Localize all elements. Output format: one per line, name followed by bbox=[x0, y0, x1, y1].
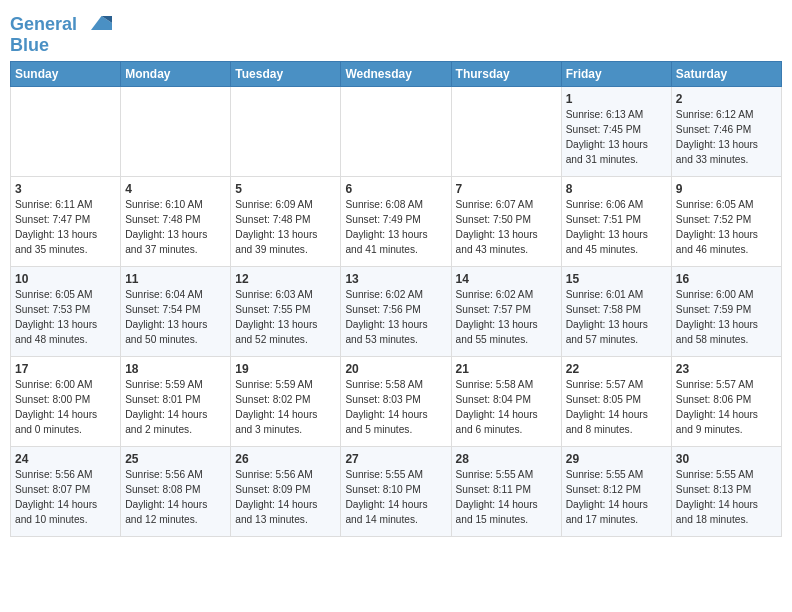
day-number: 17 bbox=[15, 362, 116, 376]
day-cell: 7Sunrise: 6:07 AMSunset: 7:50 PMDaylight… bbox=[451, 177, 561, 267]
day-cell bbox=[231, 87, 341, 177]
day-number: 19 bbox=[235, 362, 336, 376]
day-info: Sunrise: 6:00 AMSunset: 7:59 PMDaylight:… bbox=[676, 288, 777, 347]
day-number: 22 bbox=[566, 362, 667, 376]
day-number: 1 bbox=[566, 92, 667, 106]
day-info: Sunrise: 5:58 AMSunset: 8:03 PMDaylight:… bbox=[345, 378, 446, 437]
day-cell: 23Sunrise: 5:57 AMSunset: 8:06 PMDayligh… bbox=[671, 357, 781, 447]
day-cell: 19Sunrise: 5:59 AMSunset: 8:02 PMDayligh… bbox=[231, 357, 341, 447]
day-info: Sunrise: 6:00 AMSunset: 8:00 PMDaylight:… bbox=[15, 378, 116, 437]
col-header-saturday: Saturday bbox=[671, 62, 781, 87]
col-header-friday: Friday bbox=[561, 62, 671, 87]
day-info: Sunrise: 6:10 AMSunset: 7:48 PMDaylight:… bbox=[125, 198, 226, 257]
day-number: 24 bbox=[15, 452, 116, 466]
day-cell: 29Sunrise: 5:55 AMSunset: 8:12 PMDayligh… bbox=[561, 447, 671, 537]
calendar-body: 1Sunrise: 6:13 AMSunset: 7:45 PMDaylight… bbox=[11, 87, 782, 537]
week-row-5: 24Sunrise: 5:56 AMSunset: 8:07 PMDayligh… bbox=[11, 447, 782, 537]
day-info: Sunrise: 5:55 AMSunset: 8:11 PMDaylight:… bbox=[456, 468, 557, 527]
day-cell: 26Sunrise: 5:56 AMSunset: 8:09 PMDayligh… bbox=[231, 447, 341, 537]
day-cell: 12Sunrise: 6:03 AMSunset: 7:55 PMDayligh… bbox=[231, 267, 341, 357]
day-info: Sunrise: 5:56 AMSunset: 8:09 PMDaylight:… bbox=[235, 468, 336, 527]
day-cell bbox=[11, 87, 121, 177]
day-info: Sunrise: 5:55 AMSunset: 8:13 PMDaylight:… bbox=[676, 468, 777, 527]
day-info: Sunrise: 5:59 AMSunset: 8:02 PMDaylight:… bbox=[235, 378, 336, 437]
day-info: Sunrise: 5:59 AMSunset: 8:01 PMDaylight:… bbox=[125, 378, 226, 437]
col-header-monday: Monday bbox=[121, 62, 231, 87]
day-cell: 25Sunrise: 5:56 AMSunset: 8:08 PMDayligh… bbox=[121, 447, 231, 537]
day-number: 7 bbox=[456, 182, 557, 196]
day-info: Sunrise: 5:55 AMSunset: 8:12 PMDaylight:… bbox=[566, 468, 667, 527]
day-cell: 10Sunrise: 6:05 AMSunset: 7:53 PMDayligh… bbox=[11, 267, 121, 357]
day-info: Sunrise: 6:04 AMSunset: 7:54 PMDaylight:… bbox=[125, 288, 226, 347]
day-number: 10 bbox=[15, 272, 116, 286]
day-cell: 5Sunrise: 6:09 AMSunset: 7:48 PMDaylight… bbox=[231, 177, 341, 267]
day-number: 20 bbox=[345, 362, 446, 376]
day-number: 3 bbox=[15, 182, 116, 196]
day-cell: 11Sunrise: 6:04 AMSunset: 7:54 PMDayligh… bbox=[121, 267, 231, 357]
day-cell: 13Sunrise: 6:02 AMSunset: 7:56 PMDayligh… bbox=[341, 267, 451, 357]
day-info: Sunrise: 6:02 AMSunset: 7:56 PMDaylight:… bbox=[345, 288, 446, 347]
day-cell: 30Sunrise: 5:55 AMSunset: 8:13 PMDayligh… bbox=[671, 447, 781, 537]
day-number: 18 bbox=[125, 362, 226, 376]
week-row-4: 17Sunrise: 6:00 AMSunset: 8:00 PMDayligh… bbox=[11, 357, 782, 447]
calendar-header-row: SundayMondayTuesdayWednesdayThursdayFrid… bbox=[11, 62, 782, 87]
calendar-table: SundayMondayTuesdayWednesdayThursdayFrid… bbox=[10, 61, 782, 537]
day-info: Sunrise: 6:01 AMSunset: 7:58 PMDaylight:… bbox=[566, 288, 667, 347]
day-number: 5 bbox=[235, 182, 336, 196]
day-cell: 16Sunrise: 6:00 AMSunset: 7:59 PMDayligh… bbox=[671, 267, 781, 357]
day-info: Sunrise: 5:56 AMSunset: 8:08 PMDaylight:… bbox=[125, 468, 226, 527]
day-cell: 20Sunrise: 5:58 AMSunset: 8:03 PMDayligh… bbox=[341, 357, 451, 447]
logo: General Blue bbox=[10, 14, 112, 55]
day-info: Sunrise: 5:58 AMSunset: 8:04 PMDaylight:… bbox=[456, 378, 557, 437]
day-info: Sunrise: 6:05 AMSunset: 7:53 PMDaylight:… bbox=[15, 288, 116, 347]
day-number: 11 bbox=[125, 272, 226, 286]
day-cell: 4Sunrise: 6:10 AMSunset: 7:48 PMDaylight… bbox=[121, 177, 231, 267]
day-cell: 22Sunrise: 5:57 AMSunset: 8:05 PMDayligh… bbox=[561, 357, 671, 447]
day-info: Sunrise: 6:03 AMSunset: 7:55 PMDaylight:… bbox=[235, 288, 336, 347]
col-header-sunday: Sunday bbox=[11, 62, 121, 87]
day-info: Sunrise: 6:08 AMSunset: 7:49 PMDaylight:… bbox=[345, 198, 446, 257]
day-cell: 21Sunrise: 5:58 AMSunset: 8:04 PMDayligh… bbox=[451, 357, 561, 447]
day-cell bbox=[341, 87, 451, 177]
day-info: Sunrise: 6:09 AMSunset: 7:48 PMDaylight:… bbox=[235, 198, 336, 257]
col-header-tuesday: Tuesday bbox=[231, 62, 341, 87]
day-info: Sunrise: 6:02 AMSunset: 7:57 PMDaylight:… bbox=[456, 288, 557, 347]
week-row-2: 3Sunrise: 6:11 AMSunset: 7:47 PMDaylight… bbox=[11, 177, 782, 267]
col-header-wednesday: Wednesday bbox=[341, 62, 451, 87]
day-cell: 14Sunrise: 6:02 AMSunset: 7:57 PMDayligh… bbox=[451, 267, 561, 357]
day-cell: 27Sunrise: 5:55 AMSunset: 8:10 PMDayligh… bbox=[341, 447, 451, 537]
day-cell: 24Sunrise: 5:56 AMSunset: 8:07 PMDayligh… bbox=[11, 447, 121, 537]
day-number: 8 bbox=[566, 182, 667, 196]
day-number: 6 bbox=[345, 182, 446, 196]
day-number: 29 bbox=[566, 452, 667, 466]
day-info: Sunrise: 6:05 AMSunset: 7:52 PMDaylight:… bbox=[676, 198, 777, 257]
day-cell: 6Sunrise: 6:08 AMSunset: 7:49 PMDaylight… bbox=[341, 177, 451, 267]
day-info: Sunrise: 6:11 AMSunset: 7:47 PMDaylight:… bbox=[15, 198, 116, 257]
col-header-thursday: Thursday bbox=[451, 62, 561, 87]
page-header: General Blue bbox=[10, 10, 782, 55]
day-number: 30 bbox=[676, 452, 777, 466]
day-info: Sunrise: 6:13 AMSunset: 7:45 PMDaylight:… bbox=[566, 108, 667, 167]
day-cell: 15Sunrise: 6:01 AMSunset: 7:58 PMDayligh… bbox=[561, 267, 671, 357]
day-cell bbox=[451, 87, 561, 177]
day-cell: 3Sunrise: 6:11 AMSunset: 7:47 PMDaylight… bbox=[11, 177, 121, 267]
day-cell: 9Sunrise: 6:05 AMSunset: 7:52 PMDaylight… bbox=[671, 177, 781, 267]
day-cell: 8Sunrise: 6:06 AMSunset: 7:51 PMDaylight… bbox=[561, 177, 671, 267]
day-number: 14 bbox=[456, 272, 557, 286]
day-number: 12 bbox=[235, 272, 336, 286]
day-number: 13 bbox=[345, 272, 446, 286]
day-number: 15 bbox=[566, 272, 667, 286]
week-row-1: 1Sunrise: 6:13 AMSunset: 7:45 PMDaylight… bbox=[11, 87, 782, 177]
day-info: Sunrise: 6:07 AMSunset: 7:50 PMDaylight:… bbox=[456, 198, 557, 257]
day-cell: 18Sunrise: 5:59 AMSunset: 8:01 PMDayligh… bbox=[121, 357, 231, 447]
day-info: Sunrise: 6:06 AMSunset: 7:51 PMDaylight:… bbox=[566, 198, 667, 257]
week-row-3: 10Sunrise: 6:05 AMSunset: 7:53 PMDayligh… bbox=[11, 267, 782, 357]
day-number: 23 bbox=[676, 362, 777, 376]
day-number: 16 bbox=[676, 272, 777, 286]
logo-blue: Blue bbox=[10, 35, 112, 56]
day-number: 9 bbox=[676, 182, 777, 196]
day-number: 28 bbox=[456, 452, 557, 466]
day-cell: 1Sunrise: 6:13 AMSunset: 7:45 PMDaylight… bbox=[561, 87, 671, 177]
day-info: Sunrise: 6:12 AMSunset: 7:46 PMDaylight:… bbox=[676, 108, 777, 167]
day-cell bbox=[121, 87, 231, 177]
